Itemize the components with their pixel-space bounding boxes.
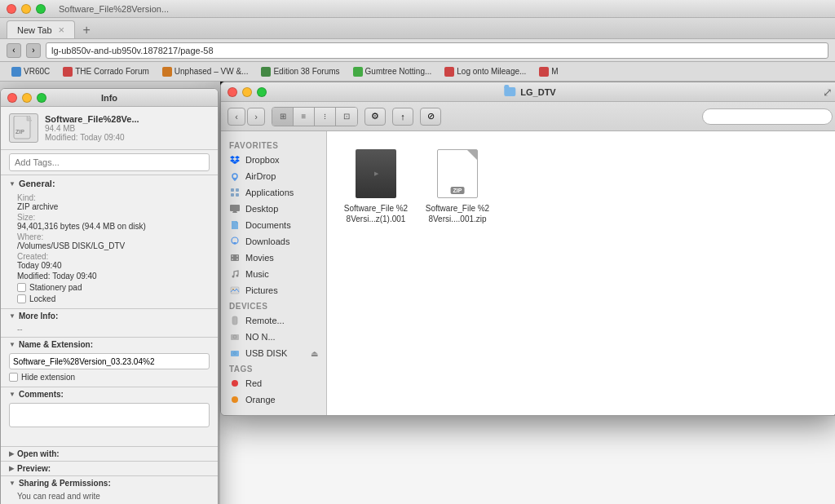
info-minimize-button[interactable] bbox=[22, 93, 32, 103]
eject-icon[interactable]: ⏏ bbox=[311, 349, 318, 358]
hide-extension-checkbox[interactable] bbox=[9, 373, 18, 382]
main-content-area: ▶ avforums COMMUNITY HOME AV MOVIES bbox=[0, 82, 835, 504]
applications-icon bbox=[229, 187, 241, 198]
more-info-value: -- bbox=[1, 323, 218, 337]
sidebar-item-movies[interactable]: Movies bbox=[221, 250, 326, 266]
resize-handle[interactable] bbox=[828, 404, 835, 415]
applications-label: Applications bbox=[245, 188, 294, 197]
general-header[interactable]: ▼ General: bbox=[1, 175, 218, 192]
bookmark-vr60c[interactable]: VR60C bbox=[7, 66, 55, 77]
sharing-header[interactable]: ▼ Sharing & Permissions: bbox=[1, 476, 218, 490]
new-tab-button[interactable]: + bbox=[78, 22, 95, 38]
bookmark-edition38[interactable]: Edition 38 Forums bbox=[256, 66, 344, 77]
file-name-1: Software_File %28Versi...z(1).001 bbox=[343, 203, 409, 224]
kind-value: ZIP archive bbox=[17, 202, 210, 211]
bookmark-label: Edition 38 Forums bbox=[273, 67, 339, 76]
name-extension-section: ▼ Name & Extension: Hide extension bbox=[1, 338, 218, 387]
sidebar-item-usb-disk[interactable]: USB DISK ⏏ bbox=[221, 345, 326, 361]
preview-header[interactable]: ▶ Preview: bbox=[1, 462, 218, 475]
icon-view-button[interactable]: ⊞ bbox=[272, 108, 294, 126]
action-button[interactable]: ⚙ bbox=[364, 108, 386, 126]
name-extension-content: Hide extension bbox=[1, 351, 218, 387]
sidebar-item-no-n[interactable]: NO N... bbox=[221, 329, 326, 345]
sidebar-item-desktop[interactable]: Desktop bbox=[221, 201, 326, 217]
sidebar-item-downloads[interactable]: Downloads bbox=[221, 233, 326, 250]
zip-badge: ZIP bbox=[451, 187, 465, 194]
tab-close-icon[interactable]: × bbox=[59, 24, 65, 36]
sharing-value: You can read and write bbox=[1, 490, 218, 504]
list-view-button[interactable]: ≡ bbox=[294, 108, 315, 126]
back-button[interactable]: ‹ bbox=[7, 43, 21, 58]
bookmark-gumtree[interactable]: Gumtree Notting... bbox=[348, 66, 437, 77]
tags-input[interactable] bbox=[9, 153, 210, 171]
window-title: Software_File%28Version... bbox=[59, 4, 169, 14]
sidebar-item-remote[interactable]: Remote... bbox=[221, 312, 326, 329]
finder-back-button[interactable]: ‹ bbox=[228, 108, 245, 126]
finder-title: LG_DTV bbox=[504, 87, 555, 97]
file-item-1[interactable]: ▶ Software_File %28Versi...z(1).001 bbox=[343, 148, 409, 224]
locked-checkbox[interactable] bbox=[17, 294, 26, 303]
finder-toolbar: ‹ › ⊞ ≡ ⫶ ⊡ ⚙ ↑ ⊘ bbox=[221, 102, 835, 131]
file-item-2[interactable]: ZIP Software_File %28Versi....001.zip bbox=[425, 148, 490, 224]
info-close-button[interactable] bbox=[7, 93, 17, 103]
movies-label: Movies bbox=[245, 253, 274, 263]
sidebar-item-orange[interactable]: Orange bbox=[221, 391, 326, 408]
stationery-checkbox[interactable] bbox=[17, 283, 26, 292]
desktop-label: Desktop bbox=[245, 204, 278, 214]
preview-label: ▶ bbox=[374, 170, 378, 177]
more-info-label: More Info: bbox=[19, 312, 58, 321]
name-extension-header[interactable]: ▼ Name & Extension: bbox=[1, 338, 218, 351]
minimize-button[interactable] bbox=[21, 4, 31, 14]
documents-icon bbox=[229, 219, 241, 231]
finder-maximize-button[interactable] bbox=[257, 87, 267, 97]
bookmark-icon bbox=[162, 67, 172, 77]
share-button[interactable]: ↑ bbox=[392, 108, 413, 126]
info-title-bar: Info bbox=[1, 89, 218, 107]
expand-button[interactable]: ⤢ bbox=[823, 86, 833, 99]
sidebar-item-documents[interactable]: Documents bbox=[221, 217, 326, 233]
sidebar-item-music[interactable]: Music bbox=[221, 266, 326, 282]
bookmark-m[interactable]: M bbox=[534, 66, 563, 77]
column-view-button[interactable]: ⫶ bbox=[315, 108, 336, 126]
finder-search-input[interactable] bbox=[702, 108, 833, 125]
info-tags-field bbox=[1, 150, 218, 175]
tags-header: TAGS bbox=[221, 361, 326, 375]
maximize-button[interactable] bbox=[36, 4, 46, 14]
close-button[interactable] bbox=[7, 4, 16, 14]
bookmark-mileage[interactable]: Log onto Mileage... bbox=[440, 66, 531, 77]
finder-close-button[interactable] bbox=[228, 87, 237, 97]
svg-rect-19 bbox=[231, 351, 239, 356]
bookmark-label: Log onto Mileage... bbox=[457, 67, 526, 76]
bookmark-unphased[interactable]: Unphased – VW &... bbox=[157, 66, 254, 77]
file-name-2: Software_File %28Versi....001.zip bbox=[425, 203, 490, 224]
coverflow-view-button[interactable]: ⊡ bbox=[336, 108, 357, 126]
airdrop-icon bbox=[229, 170, 241, 182]
tags-button[interactable]: ⊘ bbox=[420, 108, 441, 126]
svg-point-9 bbox=[236, 255, 238, 257]
sidebar-item-applications[interactable]: Applications bbox=[221, 184, 326, 201]
address-input[interactable] bbox=[46, 42, 828, 59]
info-maximize-button[interactable] bbox=[37, 93, 46, 103]
comments-header[interactable]: ▼ Comments: bbox=[1, 387, 218, 401]
comments-textarea[interactable] bbox=[9, 403, 210, 427]
finder-minimize-button[interactable] bbox=[242, 87, 252, 97]
finder-forward-button[interactable]: › bbox=[247, 108, 265, 126]
bookmark-label: Gumtree Notting... bbox=[365, 67, 432, 76]
sidebar-item-pictures[interactable]: Pictures bbox=[221, 282, 326, 298]
triangle-icon: ▼ bbox=[9, 180, 15, 188]
sidebar-item-dropbox[interactable]: Dropbox bbox=[221, 152, 326, 168]
remote-icon bbox=[229, 315, 241, 326]
sidebar-item-airdrop[interactable]: AirDrop bbox=[221, 168, 326, 184]
zip-file-icon: ZIP bbox=[437, 149, 478, 198]
more-info-header[interactable]: ▼ More Info: bbox=[1, 309, 218, 323]
folder-icon bbox=[504, 87, 515, 96]
forward-button[interactable]: › bbox=[26, 43, 41, 58]
dropbox-label: Dropbox bbox=[245, 155, 280, 165]
open-with-header[interactable]: ▶ Open with: bbox=[1, 447, 218, 461]
documents-label: Documents bbox=[245, 220, 291, 230]
filename-input[interactable] bbox=[9, 353, 210, 369]
bookmark-corrado[interactable]: THE Corrado Forum bbox=[58, 66, 154, 77]
sidebar-item-red[interactable]: Red bbox=[221, 375, 326, 391]
active-tab[interactable]: New Tab × bbox=[7, 20, 75, 38]
open-with-label: Open with: bbox=[17, 449, 60, 458]
